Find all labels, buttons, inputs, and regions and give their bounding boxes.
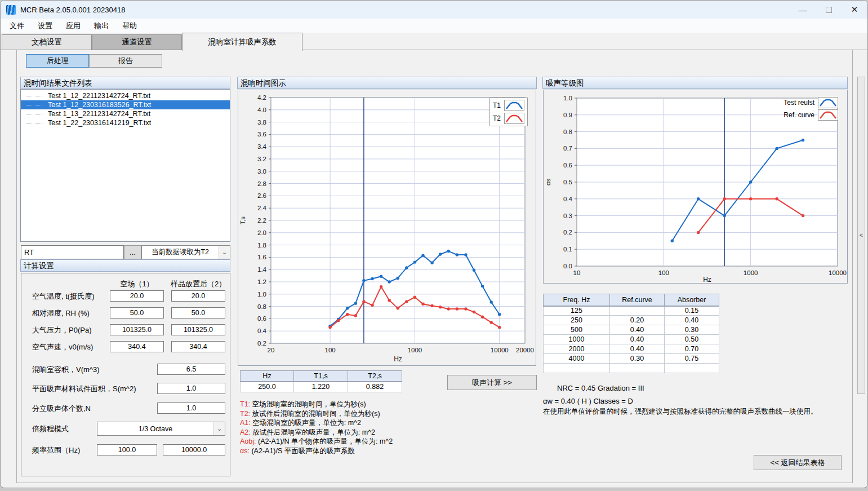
table-row: 10000.400.50	[544, 335, 719, 344]
menu-help[interactable]: 帮助	[115, 19, 144, 33]
pressure-2-field[interactable]	[171, 324, 225, 335]
absorber-count-label: 分立吸声体个数,N	[32, 404, 91, 414]
svg-text:0.0: 0.0	[563, 263, 572, 269]
legend-label-test-result: Test reulst	[784, 99, 814, 107]
legend-item-test-result: Test reulst	[784, 97, 838, 108]
table-row: 20000.400.70	[544, 344, 719, 354]
menu-apply[interactable]: 应用	[59, 19, 87, 33]
legend-label-ref-curve: Ref. curve	[784, 111, 814, 119]
tree-branch-icon	[26, 114, 43, 114]
table-cell: 500	[544, 325, 610, 335]
file-name: Test 1_12_230316183526_RT.txt	[48, 101, 151, 109]
data-read-select[interactable]: 当前数据读取为T2 ⌄	[141, 245, 230, 259]
table-cell: 0.30	[610, 354, 665, 364]
svg-text:0.2: 0.2	[563, 229, 572, 236]
table-cell	[610, 306, 665, 316]
svg-text:2.0: 2.0	[257, 229, 266, 236]
column-header: T2,s	[348, 371, 402, 382]
absorber-count-field[interactable]	[157, 402, 225, 414]
tab-doc-settings[interactable]: 文档设置	[2, 34, 92, 50]
minimize-icon: —	[799, 5, 807, 15]
svg-text:3.6: 3.6	[257, 131, 266, 138]
collapse-panel-handle[interactable]: <	[857, 77, 865, 394]
rt-chart-legend: T1 T2	[489, 98, 528, 126]
list-item[interactable]: Test 1_12_230316183526_RT.txt	[21, 100, 230, 109]
air-temp-label: 空气温度, t(摄氏度)	[32, 291, 95, 302]
maximize-button[interactable]	[816, 1, 842, 19]
list-item[interactable]: Test 1_12_221123142724_RT.txt	[21, 91, 230, 100]
close-icon: ✕	[851, 5, 858, 15]
tree-branch-icon	[26, 96, 43, 96]
list-item[interactable]: Test 1_13_221123142724_RT.txt	[21, 109, 230, 118]
svg-text:αs: αs	[545, 179, 551, 185]
t2-curve-icon	[504, 113, 524, 124]
browse-button[interactable]: ...	[124, 245, 141, 259]
table-cell: 0.15	[665, 306, 719, 316]
menu-file[interactable]: 文件	[3, 19, 31, 33]
sound-speed-2-field[interactable]	[171, 341, 225, 352]
file-list-header: 混时间结果文件列表	[20, 77, 230, 89]
air-temp-2-field[interactable]	[171, 290, 225, 302]
svg-text:0.2: 0.2	[257, 340, 266, 347]
back-to-results-button[interactable]: << 返回结果表格	[754, 455, 842, 470]
table-cell: 125	[544, 306, 610, 316]
title-bar: MCR Beta 2.05.0.001 20230418 — ✕	[1, 1, 867, 19]
svg-text:4.0: 4.0	[257, 107, 266, 113]
ref-curve-icon	[818, 109, 838, 121]
rt-name-input[interactable]	[21, 245, 124, 259]
table-cell: 2000	[544, 344, 610, 354]
freq-range-high-field[interactable]	[163, 444, 225, 455]
pressure-1-field[interactable]	[110, 324, 164, 335]
column-header-with-sample: 样品放置后（2）	[162, 279, 235, 289]
sample-area-field[interactable]	[157, 383, 225, 394]
humidity-2-field[interactable]	[171, 307, 225, 319]
rt-chart[interactable]: 0.20.40.60.81.01.21.41.61.82.02.22.42.62…	[238, 90, 536, 365]
room-volume-field[interactable]	[157, 364, 225, 375]
octave-mode-select[interactable]: 1/3 Octave ⌄	[97, 422, 225, 436]
aw-result: αw = 0.40 ( H ) Classes = D	[543, 397, 633, 405]
absorb-calc-button[interactable]: 吸声计算 >>	[447, 375, 537, 390]
air-temp-1-field[interactable]	[110, 290, 164, 302]
file-name: Test 1_22_230316141219_RT.txt	[48, 119, 151, 127]
svg-text:Hz: Hz	[703, 276, 711, 283]
maximize-icon	[826, 7, 832, 13]
svg-text:1.4: 1.4	[257, 266, 267, 273]
subtab-report[interactable]: 报告	[89, 54, 162, 68]
freq-range-low-field[interactable]	[97, 444, 157, 455]
note-line: Aobj: (A2-A1)/N 单个物体的吸声量，单位为: m^2	[240, 437, 393, 446]
subtab-postprocess[interactable]: 后处理	[26, 54, 89, 68]
table-cell: 250	[544, 316, 610, 325]
close-button[interactable]: ✕	[842, 1, 867, 19]
table-row: 1250.15	[544, 306, 719, 316]
list-item[interactable]: Test 1_22_230316141219_RT.txt	[21, 118, 230, 127]
tab-reverb-absorption[interactable]: 混响室计算吸声系数	[182, 33, 302, 51]
table-cell: 250.0	[241, 382, 294, 392]
app-window: MCR Beta 2.05.0.001 20230418 — ✕ 文件 设置 应…	[0, 0, 868, 488]
menu-settings[interactable]: 设置	[31, 19, 59, 33]
humidity-1-field[interactable]	[110, 307, 164, 319]
svg-text:2.4: 2.4	[257, 205, 267, 211]
table-row: 2500.200.40	[544, 316, 719, 325]
menu-output[interactable]: 输出	[87, 19, 115, 33]
svg-text:T,s: T,s	[239, 216, 246, 224]
sound-speed-1-field[interactable]	[110, 341, 164, 352]
svg-text:0.3: 0.3	[563, 213, 572, 219]
svg-text:3.8: 3.8	[257, 119, 266, 126]
table-cell: 0.50	[665, 335, 719, 344]
svg-text:1000: 1000	[744, 269, 758, 276]
note-line: A1: 空场混响室的吸声量，单位为: m^2	[240, 418, 393, 428]
rt-file-list[interactable]: Test 1_12_221123142724_RT.txtTest 1_12_2…	[20, 89, 230, 242]
legend-notes: T1: 空场混响室的混响时间，单位为秒(s)T2: 放试件后混响室的混响时间，单…	[240, 400, 393, 455]
svg-text:2.8: 2.8	[257, 180, 266, 187]
table-row: 5000.400.30	[544, 325, 719, 335]
legend-item-ref-curve: Ref. curve	[784, 109, 838, 121]
column-header: Ref.curve	[610, 294, 665, 306]
table-cell: 0.70	[665, 344, 719, 354]
svg-text:1.6: 1.6	[257, 254, 266, 260]
table-cell	[665, 364, 719, 373]
svg-text:10: 10	[573, 269, 581, 276]
svg-text:20: 20	[268, 347, 275, 353]
data-read-value: 当前数据读取为T2	[142, 246, 219, 259]
minimize-button[interactable]: —	[790, 1, 816, 19]
tab-channel-settings[interactable]: 通道设置	[92, 34, 182, 50]
